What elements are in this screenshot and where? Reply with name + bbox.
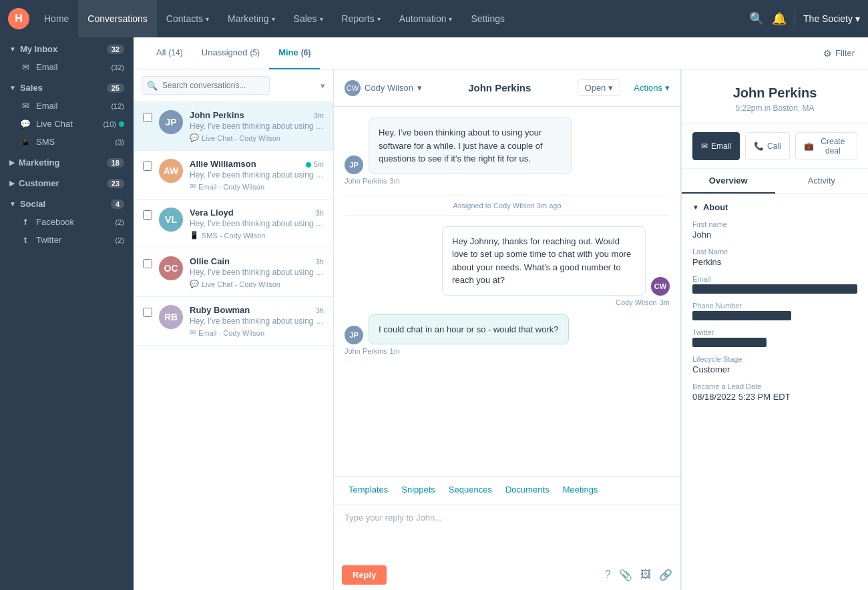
reply-button[interactable]: Reply xyxy=(342,565,387,585)
sidebar-header-sales[interactable]: ▼ Sales 25 xyxy=(0,76,134,97)
assign-divider: Assigned to Cody Wilson 3m ago xyxy=(345,196,670,216)
nav-conversations[interactable]: Conversations xyxy=(78,0,157,37)
message-outgoing: CW Hey Johnny, thanks for reaching out. … xyxy=(442,226,670,306)
message-incoming: JP Hey, I've been thinking about to usin… xyxy=(345,117,572,185)
sidebar-item-email-inbox[interactable]: ✉ Email (32) xyxy=(0,58,134,76)
chat-icon: 💬 xyxy=(20,119,31,129)
filter-button[interactable]: ⚙ Filter xyxy=(823,48,855,59)
sidebar-header-myinbox[interactable]: ▼ My Inbox 32 xyxy=(0,37,134,58)
conv-checkbox[interactable] xyxy=(143,259,152,268)
conv-name: Ruby Bowman xyxy=(190,305,250,315)
search-icon: 🔍 xyxy=(147,81,158,91)
sidebar-header-customer[interactable]: ▶ Customer 23 xyxy=(0,172,134,192)
about-value: 08/18/2022 5:23 PM EDT xyxy=(692,392,857,402)
reply-tab-meetings[interactable]: Meetings xyxy=(556,482,605,499)
conversations-list: 🔍 ▾ JP John Perkins 3m xyxy=(134,69,334,590)
email-icon: ✉ xyxy=(20,62,31,72)
conv-body: Ollie Cain 3h Hey, I've been thinking ab… xyxy=(190,256,324,288)
conv-item-ruby-bowman[interactable]: RB Ruby Bowman 3h Hey, I've been thinkin… xyxy=(134,297,333,346)
email-icon: ✉ xyxy=(20,101,31,111)
reply-tab-documents[interactable]: Documents xyxy=(499,482,556,499)
conv-actions-button[interactable]: Actions ▾ xyxy=(634,83,670,93)
tab-mine[interactable]: Mine(6) xyxy=(269,37,320,69)
channel-icon: ✉ xyxy=(190,328,196,337)
conv-checkbox[interactable] xyxy=(143,210,152,220)
sidebar-header-marketing[interactable]: ▶ Marketing 18 xyxy=(0,151,134,172)
conv-preview: Hey, I've been thinking about using your… xyxy=(190,121,324,131)
image-icon[interactable]: 🖼 xyxy=(640,569,651,581)
sidebar-item-twitter[interactable]: t Twitter (2) xyxy=(0,231,134,249)
conv-item-vera-lloyd[interactable]: VL Vera Lloyd 3h Hey, I've been thinking… xyxy=(134,200,333,248)
assigned-user[interactable]: CW Cody Wilson ▾ xyxy=(345,80,422,96)
org-name[interactable]: The Society ▾ xyxy=(803,13,860,24)
about-value-redacted xyxy=(692,311,791,320)
search-input[interactable] xyxy=(142,76,270,95)
notifications-button[interactable]: 🔔 xyxy=(772,11,787,26)
status-badge[interactable]: Open ▾ xyxy=(578,79,621,96)
nav-sales[interactable]: Sales ▾ xyxy=(284,0,333,37)
about-header[interactable]: ▼ About xyxy=(692,202,857,212)
online-indicator xyxy=(119,121,124,127)
conv-channel: 💬 Live Chat - Cody Wilson xyxy=(190,280,324,288)
sidebar-header-social[interactable]: ▼ Social 4 xyxy=(0,192,134,213)
top-navigation: H Home Conversations Contacts ▾ Marketin… xyxy=(0,0,868,37)
sidebar-item-livechat[interactable]: 💬 Live Chat (10) xyxy=(0,115,134,133)
help-icon[interactable]: ? xyxy=(605,569,611,581)
reply-tab-snippets[interactable]: Snippets xyxy=(395,482,442,499)
message-meta: Cody Wilson 3m xyxy=(442,298,670,306)
twitter-icon: t xyxy=(20,236,31,245)
reply-input[interactable] xyxy=(334,505,680,558)
sidebar-section-myinbox: ▼ My Inbox 32 ✉ Email (32) xyxy=(0,37,134,76)
about-field-twitter: Twitter xyxy=(692,328,857,347)
conv-name-row: Ollie Cain 3h xyxy=(190,256,324,266)
conv-item-ollie-cain[interactable]: OC Ollie Cain 3h Hey, I've been thinking… xyxy=(134,248,333,297)
sidebar-item-sales-email[interactable]: ✉ Email (12) xyxy=(0,97,134,115)
search-button[interactable]: 🔍 xyxy=(749,11,764,26)
message-meta: John Perkins 3m xyxy=(345,177,572,185)
hubspot-logo[interactable]: H xyxy=(8,8,29,29)
search-chevron-icon[interactable]: ▾ xyxy=(320,81,325,91)
tab-all[interactable]: All(14) xyxy=(147,37,192,69)
about-label: First name xyxy=(692,220,857,228)
conv-body: Vera Lloyd 3h Hey, I've been thinking ab… xyxy=(190,208,324,240)
link-icon[interactable]: 🔗 xyxy=(659,569,672,581)
conv-time: 3h xyxy=(316,258,324,266)
reply-icons: ? 📎 🖼 🔗 xyxy=(605,569,672,581)
reply-tab-templates[interactable]: Templates xyxy=(342,482,395,499)
call-action-button[interactable]: 📞 Call xyxy=(745,132,790,160)
search-bar: 🔍 ▾ xyxy=(134,69,333,102)
tab-activity[interactable]: Activity xyxy=(775,169,869,194)
tab-unassigned[interactable]: Unassigned(5) xyxy=(192,37,269,69)
conv-preview: Hey, I've been thinking about using your… xyxy=(190,170,324,180)
create-deal-button[interactable]: 💼 Create deal xyxy=(795,132,857,160)
conv-name-row: Allie Williamson 5m xyxy=(190,159,324,169)
nav-home[interactable]: Home xyxy=(35,0,78,37)
email-action-button[interactable]: ✉ Email xyxy=(692,132,740,160)
sidebar-item-facebook[interactable]: f Facebook (2) xyxy=(0,213,134,231)
about-section: ▼ About First name John Last Name Perkin… xyxy=(682,194,868,418)
conv-checkbox[interactable] xyxy=(143,113,152,122)
nav-contacts[interactable]: Contacts ▾ xyxy=(157,0,218,37)
main-content: All(14) Unassigned(5) Mine(6) ⚙ Filter 🔍 xyxy=(134,37,868,590)
conv-channel: 📱 SMS - Cody Wilson xyxy=(190,231,324,240)
conv-item-john-perkins[interactable]: JP John Perkins 3m Hey, I've been thinki… xyxy=(134,102,333,151)
message-bubble: I could chat in an hour or so - would th… xyxy=(369,314,569,345)
conv-name: Vera Lloyd xyxy=(190,208,234,218)
reply-tab-sequences[interactable]: Sequences xyxy=(442,482,499,499)
conv-checkbox[interactable] xyxy=(143,308,152,317)
conv-item-allie-williamson[interactable]: AW Allie Williamson 5m Hey, I've been th… xyxy=(134,151,333,200)
phone-icon: 📞 xyxy=(754,141,764,151)
nav-settings[interactable]: Settings xyxy=(461,0,514,37)
attachment-icon[interactable]: 📎 xyxy=(619,569,632,581)
contact-header: John Perkins 5:22pm in Boston, MA xyxy=(682,69,868,124)
nav-reports[interactable]: Reports ▾ xyxy=(333,0,390,37)
reply-toolbar: Templates Snippets Sequences Documents M… xyxy=(334,477,680,505)
conv-checkbox[interactable] xyxy=(143,162,152,171)
about-value-redacted xyxy=(692,284,857,294)
nav-automation[interactable]: Automation ▾ xyxy=(390,0,462,37)
nav-marketing[interactable]: Marketing ▾ xyxy=(218,0,284,37)
tab-overview[interactable]: Overview xyxy=(682,169,775,194)
sidebar-section-customer: ▶ Customer 23 xyxy=(0,172,134,192)
conv-name: Ollie Cain xyxy=(190,256,230,266)
sidebar-item-sms[interactable]: 📱 SMS (3) xyxy=(0,133,134,151)
